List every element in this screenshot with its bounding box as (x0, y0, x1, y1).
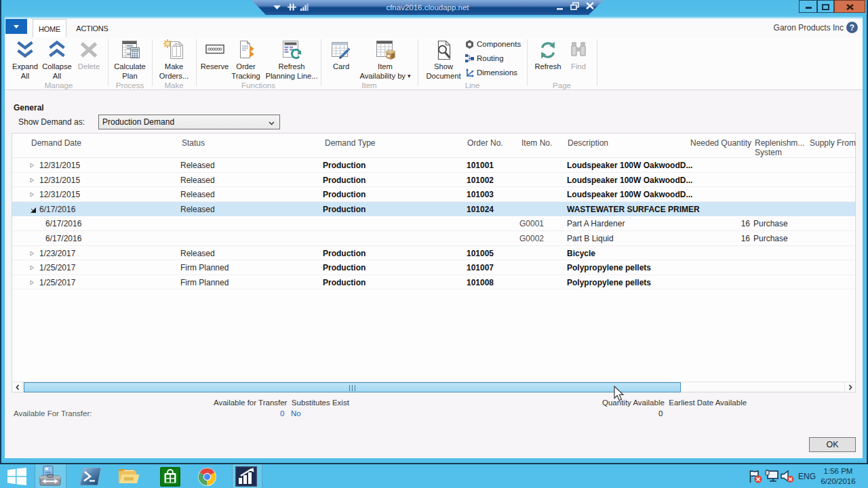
svg-text:?: ? (850, 23, 854, 33)
